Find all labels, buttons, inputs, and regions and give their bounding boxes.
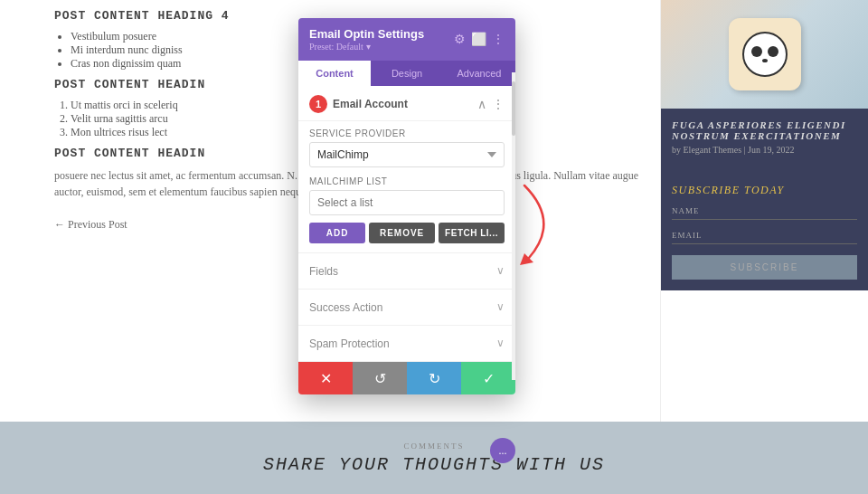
modal-header: Email Optin Settings Preset: Default ▾ ⚙… (298, 18, 515, 61)
add-button[interactable]: ADD (309, 223, 365, 243)
comments-bubble-text: ... (499, 444, 507, 458)
resize-icon[interactable]: ⬜ (471, 32, 486, 47)
redo-icon: ↻ (429, 370, 440, 387)
spam-protection-header[interactable]: Spam Protection ∨ (298, 326, 515, 361)
comments-bubble: ... (490, 438, 515, 463)
email-account-title: 1 Email Account (309, 95, 408, 113)
remove-button[interactable]: REMOVE (369, 223, 435, 243)
settings-icon[interactable]: ⚙ (454, 32, 466, 47)
success-action-section: Success Action ∨ (298, 290, 515, 326)
modal-title: Email Optin Settings (309, 27, 424, 41)
sidebar-article-info: Fuga Asperiores Eligendi Nostrum Exercit… (661, 109, 868, 173)
panda-eye-left (751, 46, 762, 57)
email-account-body: Service Provider MailChimp MailChimp Lis… (298, 121, 515, 253)
fields-section: Fields ∨ (298, 253, 515, 290)
subscribe-button[interactable]: Subscribe (672, 255, 857, 280)
panda-face (742, 32, 788, 77)
service-provider-label: Service Provider (309, 128, 505, 138)
more-section-icon[interactable]: ⋮ (492, 97, 505, 112)
comments-title: Share Your Thoughts With Us (263, 454, 605, 475)
close-button[interactable]: ✕ (298, 362, 353, 394)
article-title: Fuga Asperiores Eligendi Nostrum Exercit… (672, 119, 857, 141)
modal-body: 1 Email Account ∧ ⋮ Service Provider Mai… (298, 86, 515, 394)
name-label: Name (672, 206, 857, 215)
spam-protection-section: Spam Protection ∨ (298, 326, 515, 362)
email-optin-modal: Email Optin Settings Preset: Default ▾ ⚙… (298, 18, 515, 394)
success-action-header[interactable]: Success Action ∨ (298, 290, 515, 325)
modal-toolbar: ✕ ↺ ↻ ✓ (298, 362, 515, 394)
panda-pillow-decoration (729, 18, 801, 90)
mailchimp-list-label: MailChimp List (309, 176, 505, 186)
save-icon: ✓ (483, 370, 495, 387)
section-icons: ∧ ⋮ (477, 97, 505, 112)
fields-title: Fields (309, 265, 338, 278)
name-field-underline (672, 219, 857, 220)
button-row: ADD REMOVE FETCH LI... (309, 223, 505, 243)
list-select-input[interactable] (309, 190, 505, 215)
panda-eye-right (768, 46, 778, 57)
comments-bar: ... Comments Share Your Thoughts With Us (0, 422, 868, 494)
fields-chevron-icon: ∨ (496, 264, 505, 278)
comments-label: Comments (403, 442, 464, 451)
sidebar-image (661, 0, 868, 109)
subscribe-section: Subscribe Today Name Email Subscribe (661, 173, 868, 290)
more-options-icon[interactable]: ⋮ (492, 32, 505, 47)
spam-protection-title: Spam Protection (309, 337, 390, 350)
article-meta: by Elegant Themes | Jun 19, 2022 (672, 145, 857, 155)
page-sidebar: Fuga Asperiores Eligendi Nostrum Exercit… (660, 0, 868, 494)
collapse-icon[interactable]: ∧ (477, 97, 486, 112)
modal-tabs: Content Design Advanced (298, 61, 515, 86)
modal-scrollbar-thumb (512, 81, 515, 136)
badge-number: 1 (309, 95, 327, 113)
preset-label: Preset: Default (309, 42, 363, 52)
modal-header-left: Email Optin Settings Preset: Default ▾ (309, 27, 424, 52)
modal-header-icons: ⚙ ⬜ ⋮ (454, 32, 505, 47)
redo-button[interactable]: ↻ (407, 362, 461, 394)
service-provider-select[interactable]: MailChimp (309, 142, 505, 167)
panda-nose (762, 59, 768, 62)
arrow-annotation (515, 176, 570, 271)
undo-icon: ↺ (374, 370, 386, 387)
email-label: Email (672, 231, 857, 240)
email-account-header: 1 Email Account ∧ ⋮ (298, 86, 515, 121)
modal-preset[interactable]: Preset: Default ▾ (309, 42, 424, 52)
tab-design[interactable]: Design (371, 61, 443, 86)
close-icon: ✕ (320, 370, 332, 387)
email-account-label: Email Account (333, 98, 408, 110)
tab-advanced[interactable]: Advanced (443, 61, 515, 86)
email-field-underline (672, 243, 857, 244)
spam-protection-chevron-icon: ∨ (496, 337, 505, 350)
tab-content[interactable]: Content (298, 61, 371, 86)
undo-button[interactable]: ↺ (353, 362, 407, 394)
success-action-title: Success Action (309, 301, 382, 314)
subscribe-title: Subscribe Today (672, 184, 857, 197)
success-action-chevron-icon: ∨ (496, 300, 505, 314)
save-button[interactable]: ✓ (461, 362, 515, 394)
preset-chevron-icon: ▾ (366, 42, 371, 52)
fetch-button[interactable]: FETCH LI... (439, 223, 505, 243)
fields-header[interactable]: Fields ∨ (298, 253, 515, 289)
